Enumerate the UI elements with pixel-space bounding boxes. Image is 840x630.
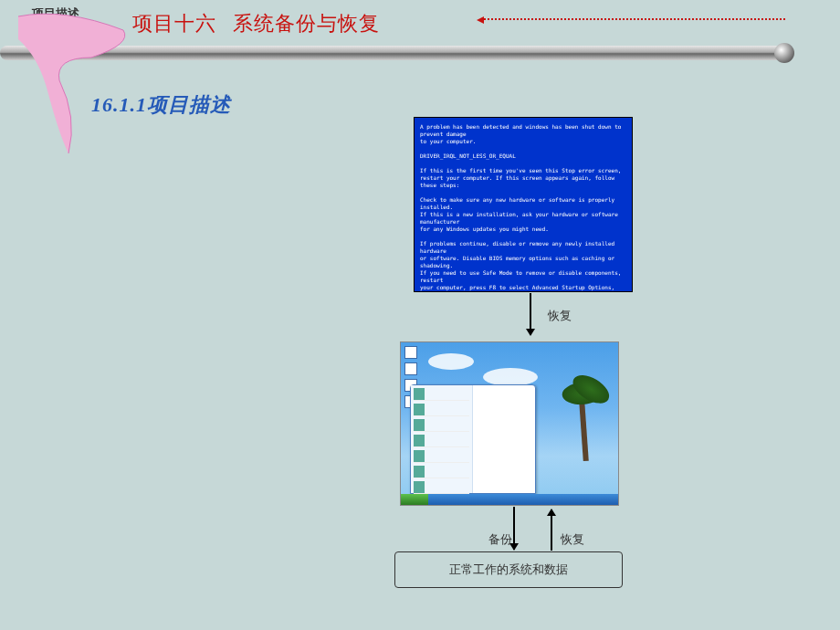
title-part1: 项目十六: [132, 10, 216, 37]
start-button: [401, 494, 428, 505]
start-menu-left: [411, 385, 473, 493]
cloud: [428, 353, 474, 370]
palm-tree: [578, 388, 589, 461]
main-title: 项目十六 系统备份与恢复: [132, 10, 380, 37]
section-heading: 16.1.1项目描述: [91, 91, 231, 119]
label-backup: 备份: [488, 531, 512, 548]
taskbar: [401, 494, 618, 505]
corner-label: 项目描述: [32, 5, 79, 22]
decorative-arrow-line: [484, 18, 785, 20]
bottom-box: 正常工作的系统和数据: [394, 551, 623, 588]
title-part2: 系统备份与恢复: [233, 10, 380, 37]
decorative-swoosh: [14, 7, 132, 163]
cloud: [483, 368, 538, 386]
arrow-backup: [513, 507, 515, 550]
desktop-icon: [404, 362, 417, 375]
label-restore-1: 恢复: [548, 308, 572, 324]
arrow-restore-2: [551, 509, 552, 551]
decorative-bar: [0, 46, 785, 60]
bsod-screenshot: A problem has been detected and windows …: [414, 117, 633, 292]
start-menu: [410, 384, 536, 494]
desktop-screenshot: [400, 341, 619, 506]
label-restore-2: 恢复: [561, 531, 584, 548]
arrow-restore-1: [530, 293, 531, 335]
desktop-icon: [404, 346, 417, 359]
bottom-box-text: 正常工作的系统和数据: [449, 562, 568, 578]
